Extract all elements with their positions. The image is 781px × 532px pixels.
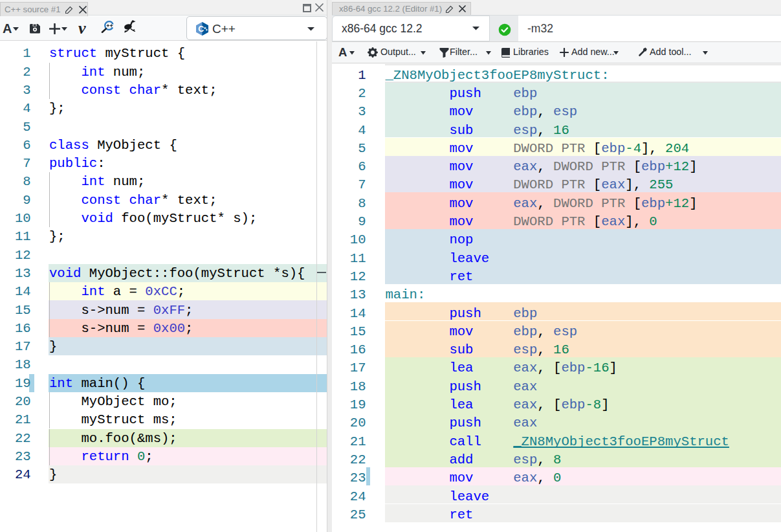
svg-text:C: C	[198, 25, 204, 34]
